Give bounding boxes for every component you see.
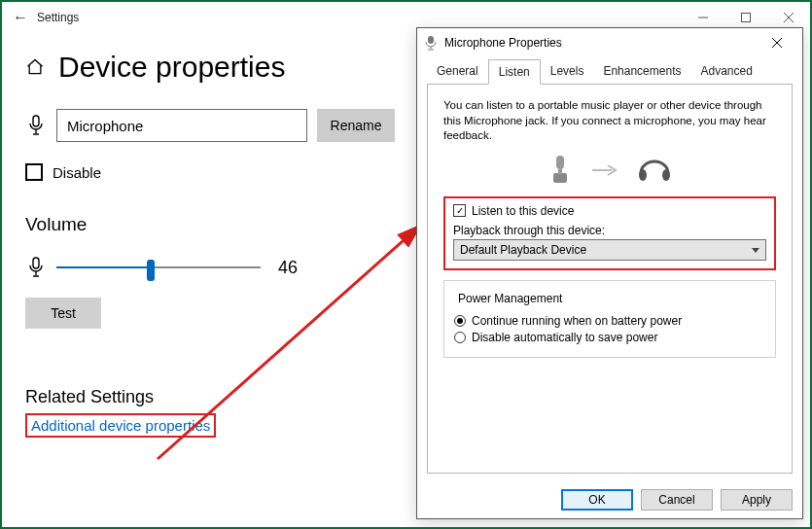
microphone-icon <box>28 115 44 136</box>
back-button[interactable]: ← <box>8 9 33 26</box>
svg-rect-1 <box>742 14 751 22</box>
microphone-icon <box>28 257 44 278</box>
headphones-icon <box>637 156 672 185</box>
arrow-right-icon <box>590 163 619 177</box>
minimize-icon <box>698 13 708 22</box>
volume-slider[interactable] <box>56 258 261 277</box>
playback-device-combo[interactable]: Default Playback Device <box>453 239 766 261</box>
listen-checkbox[interactable]: ✓ <box>453 204 466 217</box>
cancel-button[interactable]: Cancel <box>641 489 713 511</box>
power-management-group: Power Management Continue running when o… <box>443 280 776 358</box>
volume-value: 46 <box>278 258 298 278</box>
microphone-icon <box>423 35 439 51</box>
playback-device-value: Default Playback Device <box>460 243 586 257</box>
maximize-icon <box>741 13 751 22</box>
dialog-titlebar: Microphone Properties <box>417 28 802 57</box>
svg-rect-12 <box>558 169 562 174</box>
window-title: Settings <box>33 11 79 24</box>
svg-rect-5 <box>33 258 39 268</box>
tab-enhancements[interactable]: Enhancements <box>593 61 690 84</box>
device-diagram <box>443 154 776 187</box>
svg-point-13 <box>639 169 647 181</box>
close-icon <box>784 13 794 22</box>
page-title: Device properties <box>58 51 285 84</box>
tab-listen[interactable]: Listen <box>488 59 541 85</box>
close-icon <box>772 38 782 48</box>
disable-label: Disable <box>53 164 101 181</box>
tab-levels[interactable]: Levels <box>541 61 594 84</box>
listen-checkbox-label: Listen to this device <box>472 204 574 218</box>
listen-description: You can listen to a portable music playe… <box>443 98 776 144</box>
microphone-device-icon <box>547 154 573 187</box>
dialog-close-button[interactable] <box>758 28 796 57</box>
power-legend: Power Management <box>454 292 566 305</box>
dialog-tabs: General Listen Levels Enhancements Advan… <box>427 61 793 85</box>
power-disable-label: Disable automatically to save power <box>472 331 657 344</box>
power-continue-radio[interactable] <box>454 315 466 327</box>
svg-rect-10 <box>556 156 564 169</box>
svg-point-14 <box>662 169 670 181</box>
playback-label: Playback through this device: <box>453 224 766 237</box>
rename-button[interactable]: Rename <box>317 109 395 142</box>
svg-rect-7 <box>428 36 434 44</box>
highlighted-listen-section: ✓ Listen to this device Playback through… <box>443 196 776 270</box>
ok-button[interactable]: OK <box>561 489 633 511</box>
disable-checkbox[interactable] <box>25 163 43 181</box>
tab-advanced[interactable]: Advanced <box>690 61 761 84</box>
tab-general[interactable]: General <box>427 61 488 84</box>
apply-button[interactable]: Apply <box>721 489 793 511</box>
device-name-input[interactable] <box>56 109 307 142</box>
power-disable-radio[interactable] <box>454 332 466 343</box>
svg-rect-11 <box>553 173 567 183</box>
additional-device-properties-link[interactable]: Additional device properties <box>25 413 216 438</box>
svg-rect-4 <box>33 116 39 126</box>
home-icon[interactable] <box>25 57 45 77</box>
dialog-title: Microphone Properties <box>444 36 562 50</box>
power-continue-label: Continue running when on battery power <box>472 314 682 328</box>
microphone-properties-dialog: Microphone Properties General Listen Lev… <box>416 27 803 519</box>
test-button[interactable]: Test <box>25 298 101 329</box>
